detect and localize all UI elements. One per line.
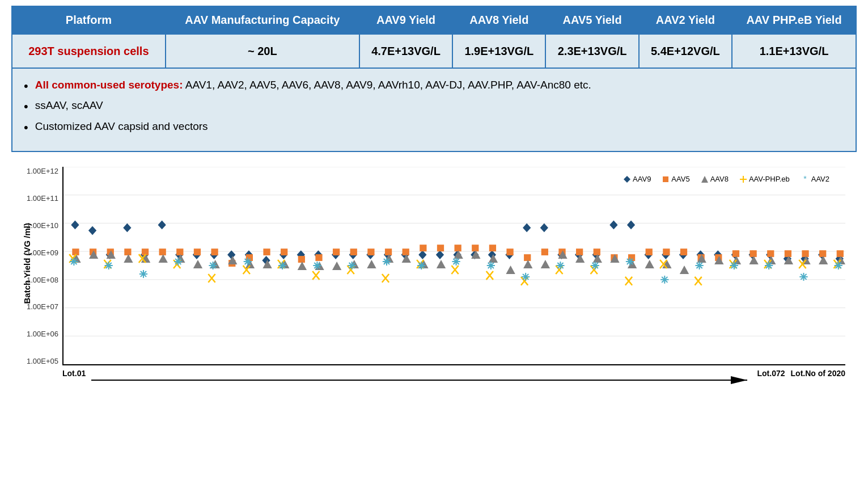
y-tick-2: 1.00E+10 <box>27 221 61 230</box>
svg-rect-84 <box>506 248 513 255</box>
svg-rect-94 <box>680 248 687 255</box>
svg-rect-71 <box>281 248 287 255</box>
svg-rect-70 <box>263 248 270 255</box>
y-axis-labels: 1.00E+12 1.00E+11 1.00E+10 1.00E+09 1.00… <box>17 167 61 365</box>
svg-rect-67 <box>211 248 218 255</box>
cell-capacity: ~ 20L <box>166 34 359 68</box>
svg-marker-23 <box>227 250 235 259</box>
svg-rect-80 <box>437 245 444 251</box>
bullet-section: • All common-used serotypes: AAV1, AAV2,… <box>11 69 857 152</box>
svg-rect-76 <box>367 248 374 255</box>
svg-marker-15 <box>88 226 96 235</box>
svg-marker-34 <box>418 250 426 259</box>
svg-rect-97 <box>732 250 739 257</box>
table-section: Platform AAV Manufacturing Capacity AAV9… <box>11 6 857 152</box>
col-aav5: AAV5 Yield <box>545 6 638 34</box>
svg-rect-62 <box>124 248 131 255</box>
bullet-item-1: • All common-used serotypes: AAV1, AAV2,… <box>24 79 839 94</box>
chart-container: Batch Yield (VG /ml) 1.00E+12 1.00E+11 1… <box>17 161 851 399</box>
chart-section: Batch Yield (VG /ml) 1.00E+12 1.00E+11 1… <box>11 161 857 399</box>
x-tick-start: Lot.01 <box>62 369 86 378</box>
svg-marker-107 <box>124 254 133 263</box>
svg-rect-86 <box>541 248 548 255</box>
svg-rect-100 <box>785 250 791 257</box>
svg-rect-79 <box>420 245 426 251</box>
svg-rect-92 <box>646 248 653 255</box>
svg-rect-75 <box>350 248 357 255</box>
svg-marker-19 <box>158 221 166 230</box>
bullet-text-2: ssAAV, scAAV <box>35 99 103 112</box>
col-aav2: AAV2 Yield <box>639 6 732 34</box>
svg-rect-89 <box>594 248 600 255</box>
cell-aavphpeb: 1.1E+13VG/L <box>732 34 856 68</box>
bullet-text-3: Customized AAV capsid and vectors <box>35 120 208 133</box>
bullet-text-1: All common-used serotypes: AAV1, AAV2, A… <box>35 79 591 91</box>
svg-marker-129 <box>506 266 515 274</box>
col-aav9: AAV9 Yield <box>359 6 452 34</box>
svg-marker-117 <box>298 262 307 270</box>
data-table: Platform AAV Manufacturing Capacity AAV9… <box>11 6 857 69</box>
svg-rect-99 <box>767 250 774 257</box>
svg-rect-73 <box>315 254 322 261</box>
y-tick-6: 1.00E+06 <box>27 330 61 338</box>
svg-rect-78 <box>403 248 409 255</box>
col-capacity: AAV Manufacturing Capacity <box>166 6 359 34</box>
svg-marker-119 <box>332 262 341 270</box>
bullet-item-3: • Customized AAV capsid and vectors <box>24 120 839 135</box>
svg-rect-66 <box>194 248 201 255</box>
col-aav8: AAV8 Yield <box>452 6 545 34</box>
svg-rect-88 <box>576 248 583 255</box>
svg-rect-93 <box>663 248 670 255</box>
svg-marker-109 <box>159 254 168 263</box>
x-axis-labels: Lot.01 Lot.072 Lot.No of 2020 <box>62 365 845 382</box>
svg-marker-139 <box>680 266 689 274</box>
svg-marker-41 <box>540 224 548 233</box>
svg-marker-40 <box>523 224 531 233</box>
cell-aav5: 2.3E+13VG/L <box>545 34 638 68</box>
svg-rect-103 <box>837 250 844 257</box>
x-axis: Lot.01 Lot.072 Lot.No of 2020 <box>62 365 845 399</box>
bullet-highlight-1: All common-used serotypes: <box>35 79 183 91</box>
scatter-plot <box>63 167 845 364</box>
bullet-dot-2: • <box>24 99 28 114</box>
cell-platform: 293T suspension cells <box>12 34 166 68</box>
chart-plot-area: AAV9 AAV5 AAV8 AAV-PHP.eb <box>62 167 845 365</box>
cell-aav8: 1.9E+13VG/L <box>452 34 545 68</box>
cell-aav9: 4.7E+13VG/L <box>359 34 452 68</box>
y-tick-4: 1.00E+08 <box>27 276 61 284</box>
svg-rect-81 <box>455 245 461 251</box>
x-axis-label: Lot.No of 2020 <box>791 369 845 378</box>
bullet-dot-3: • <box>24 120 28 135</box>
svg-rect-85 <box>524 254 531 261</box>
svg-marker-111 <box>193 260 202 268</box>
table-row: 293T suspension cells ~ 20L 4.7E+13VG/L … <box>12 34 856 68</box>
svg-marker-147 <box>819 256 828 264</box>
svg-rect-74 <box>333 248 340 255</box>
y-tick-7: 1.00E+05 <box>27 357 61 365</box>
bullet-dot-1: • <box>24 79 28 94</box>
svg-marker-125 <box>437 260 446 268</box>
svg-rect-83 <box>489 245 496 251</box>
x-tick-end: Lot.072 <box>757 369 785 378</box>
svg-marker-137 <box>645 260 654 268</box>
bullet-item-2: • ssAAV, scAAV <box>24 99 839 114</box>
svg-marker-130 <box>523 260 532 268</box>
cell-aav2: 5.4E+12VG/L <box>639 34 732 68</box>
svg-marker-143 <box>749 256 758 264</box>
svg-rect-65 <box>176 248 183 255</box>
svg-marker-131 <box>541 260 550 268</box>
svg-marker-45 <box>609 221 617 230</box>
svg-rect-72 <box>298 256 305 263</box>
svg-marker-14 <box>71 221 79 230</box>
svg-marker-121 <box>367 260 376 268</box>
svg-marker-17 <box>123 224 131 233</box>
y-tick-3: 1.00E+09 <box>27 248 61 257</box>
y-tick-0: 1.00E+12 <box>27 167 61 175</box>
svg-marker-35 <box>436 250 444 259</box>
svg-rect-64 <box>159 248 166 255</box>
svg-marker-46 <box>627 221 635 230</box>
col-platform: Platform <box>12 6 166 34</box>
y-tick-1: 1.00E+11 <box>27 194 61 203</box>
col-aavphpeb: AAV PHP.eB Yield <box>732 6 856 34</box>
svg-rect-82 <box>472 245 479 251</box>
